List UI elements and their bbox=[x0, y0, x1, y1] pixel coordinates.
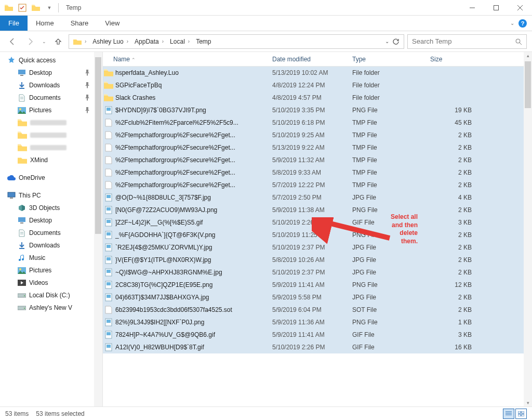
file-row[interactable]: 7824H]P~K4A7%UV_G$@9QB6.gif5/9/2019 11:4… bbox=[103, 329, 532, 341]
sidebar-item-downloads[interactable]: Downloads bbox=[0, 79, 102, 91]
address-bar[interactable]: › Ashley Luo› AppData› Local› Temp ⌄ bbox=[69, 34, 404, 49]
breadcrumb-root-icon[interactable]: › bbox=[71, 35, 89, 48]
file-row[interactable]: A12I(V)0_H82WBUH[D9$`8T.gif5/10/2019 2:2… bbox=[103, 341, 532, 353]
file-row[interactable]: %2Ftempchatforgroup%2Fsecure%2Fget...5/1… bbox=[103, 129, 532, 141]
file-date: 5/9/2019 11:32 AM bbox=[272, 156, 352, 164]
tab-view[interactable]: View bbox=[97, 16, 128, 31]
file-row[interactable]: %2Ftempchatforgroup%2Fsecure%2Fget...5/7… bbox=[103, 179, 532, 191]
help-icon[interactable]: ? bbox=[518, 19, 527, 28]
column-size[interactable]: Size bbox=[430, 56, 524, 63]
svg-point-25 bbox=[24, 295, 25, 296]
up-button[interactable] bbox=[51, 34, 65, 49]
close-button[interactable] bbox=[508, 0, 532, 16]
file-row[interactable]: hsperfdata_Ashley.Luo5/13/2019 10:02 AMF… bbox=[103, 67, 532, 79]
svg-rect-2 bbox=[494, 5, 499, 10]
sidebar-item-videos[interactable]: Videos bbox=[0, 277, 102, 289]
png-icon bbox=[103, 318, 113, 326]
forward-button[interactable] bbox=[23, 34, 37, 49]
search-icon[interactable] bbox=[515, 38, 522, 45]
sidebar-item-redacted[interactable] bbox=[0, 129, 102, 141]
tmp-icon bbox=[103, 181, 113, 189]
sidebar-item-redacted[interactable] bbox=[0, 116, 102, 129]
explorer-body: Quick access DesktopDownloadsDocumentsPi… bbox=[0, 52, 532, 406]
file-name: %2Ftempchatforgroup%2Fsecure%2Fget... bbox=[113, 169, 272, 176]
file-row[interactable]: Slack Crashes4/8/2019 4:57 PMFile folder bbox=[103, 91, 532, 104]
folder-icon bbox=[30, 2, 42, 14]
cloud-icon bbox=[7, 174, 16, 182]
file-row[interactable]: SGPicFaceTpBq4/8/2019 12:24 PMFile folde… bbox=[103, 79, 532, 91]
file-row[interactable]: 82%}9L34J9$IH2[[NXF`P0J.png5/9/2019 11:3… bbox=[103, 316, 532, 329]
sidebar-item-desktop[interactable]: Desktop bbox=[0, 67, 102, 79]
breadcrumb-item[interactable]: Local› bbox=[168, 35, 193, 48]
file-row[interactable]: `R2EJ{4$@25MKU`ZORVML)Y.jpg5/10/2019 2:3… bbox=[103, 241, 532, 254]
navigation-bar: ⌄ › Ashley Luo› AppData› Local› Temp ⌄ bbox=[0, 31, 532, 52]
quick-access-node[interactable]: Quick access bbox=[0, 54, 102, 67]
breadcrumb-item[interactable]: Temp bbox=[194, 35, 213, 48]
file-row[interactable]: $HYDND]9)I7$`0BG37VJI9T.png5/10/2019 3:3… bbox=[103, 104, 532, 116]
file-row[interactable]: %2Fclub%2Fitem%2Fparcel%2F5%2F5c9...5/10… bbox=[103, 116, 532, 129]
refresh-icon[interactable] bbox=[392, 38, 400, 45]
file-row[interactable]: @O(D~%1{88D8ULC_3[757$F.jpg5/7/2019 2:50… bbox=[103, 191, 532, 204]
sidebar-item-redacted[interactable] bbox=[0, 141, 102, 154]
file-row[interactable]: %2Ftempchatforgroup%2Fsecure%2Fget...5/1… bbox=[103, 141, 532, 154]
star-icon bbox=[7, 56, 16, 64]
breadcrumb-item[interactable]: Ashley Luo› bbox=[90, 35, 131, 48]
sidebar-item-downloads[interactable]: Downloads bbox=[0, 239, 102, 252]
jpg-icon bbox=[103, 268, 113, 277]
file-row[interactable]: 6b23994b1953cdc3bdd06f5307fa4525.sot5/9/… bbox=[103, 304, 532, 316]
file-date: 5/10/2019 2:37 PM bbox=[272, 244, 352, 251]
column-name[interactable]: Name ⌃ bbox=[103, 56, 272, 63]
file-row[interactable]: 2C8C38)TG{%C]QZP1E(E95E.png5/9/2019 11:4… bbox=[103, 279, 532, 291]
sidebar-item-local-disk-c-[interactable]: Local Disk (C:) bbox=[0, 289, 102, 301]
this-pc-node[interactable]: This PC bbox=[0, 189, 102, 202]
tab-home[interactable]: Home bbox=[28, 16, 62, 31]
sidebar-item-xmind[interactable]: XMind bbox=[0, 154, 102, 166]
file-row[interactable]: ]Z2F~L4)2}K__G(%[%$E)S5.gif5/10/2019 2:2… bbox=[103, 216, 532, 229]
sidebar-item-ashley-s-new-v[interactable]: Ashley's New V bbox=[0, 301, 102, 314]
search-box[interactable] bbox=[407, 34, 527, 49]
item-count: 53 items bbox=[5, 410, 29, 417]
file-row[interactable]: [N0(GF@72Z2ACUO9)MW93AJ.png5/9/2019 11:3… bbox=[103, 204, 532, 216]
file-date: 5/9/2019 11:41 AM bbox=[272, 331, 352, 338]
breadcrumb-item[interactable]: AppData› bbox=[132, 35, 167, 48]
file-tab[interactable]: File bbox=[0, 16, 28, 31]
file-row[interactable]: 04)663T}$34M7JJ$BAHXGYA.jpg5/9/2019 5:58… bbox=[103, 291, 532, 304]
file-date: 5/7/2019 2:50 PM bbox=[272, 194, 352, 201]
sidebar-item-documents[interactable]: Documents bbox=[0, 227, 102, 239]
sidebar-item-music[interactable]: Music bbox=[0, 252, 102, 264]
details-view-icon[interactable] bbox=[503, 409, 514, 419]
file-row[interactable]: %2Ftempchatforgroup%2Fsecure%2Fget...5/8… bbox=[103, 166, 532, 179]
address-dropdown-icon[interactable]: ⌄ bbox=[385, 38, 389, 44]
search-input[interactable] bbox=[412, 37, 515, 45]
file-row[interactable]: _%F{AGDOHHA`]{QT@6F3K{V.png5/10/2019 11:… bbox=[103, 229, 532, 241]
content-scrollbar[interactable]: ▴ ▾ bbox=[524, 52, 532, 406]
file-row[interactable]: ~Q)I$WG@~AHPXHJ83RGNM%E.jpg5/10/2019 2:3… bbox=[103, 266, 532, 279]
sidebar-scrollbar[interactable] bbox=[94, 52, 102, 406]
png-icon bbox=[103, 206, 113, 214]
sidebar-item-documents[interactable]: Documents bbox=[0, 91, 102, 104]
onedrive-node[interactable]: OneDrive bbox=[0, 172, 102, 184]
column-type[interactable]: Type bbox=[352, 56, 430, 63]
file-size: 45 KB bbox=[430, 119, 477, 126]
sidebar-item-desktop[interactable]: Desktop bbox=[0, 214, 102, 227]
qat-dropdown-icon[interactable]: ▼ bbox=[44, 2, 55, 14]
large-icons-view-icon[interactable] bbox=[515, 409, 527, 419]
column-date[interactable]: Date modified bbox=[272, 56, 352, 63]
ribbon-collapse-icon[interactable]: ⌄ bbox=[510, 20, 514, 26]
tree-label: This PC bbox=[19, 192, 41, 199]
sidebar-item-pictures[interactable]: Pictures bbox=[0, 104, 102, 116]
sidebar-item-3d-objects[interactable]: 3D Objects bbox=[0, 202, 102, 214]
sidebar-item-pictures[interactable]: Pictures bbox=[0, 264, 102, 277]
svg-rect-17 bbox=[20, 222, 23, 224]
minimize-button[interactable] bbox=[460, 0, 484, 16]
file-type: GIF File bbox=[352, 219, 430, 226]
file-list[interactable]: hsperfdata_Ashley.Luo5/13/2019 10:02 AMF… bbox=[103, 67, 532, 406]
maximize-button[interactable] bbox=[484, 0, 508, 16]
properties-icon[interactable] bbox=[17, 2, 28, 14]
file-size: 2 KB bbox=[430, 144, 477, 151]
back-button[interactable] bbox=[5, 34, 20, 49]
recent-dropdown-icon[interactable]: ⌄ bbox=[41, 34, 48, 49]
file-row[interactable]: %2Ftempchatforgroup%2Fsecure%2Fget...5/9… bbox=[103, 154, 532, 166]
file-row[interactable]: }V(EF(@$Y1(ITPL@NX0RX)W.jpg5/8/2019 10:2… bbox=[103, 254, 532, 266]
tab-share[interactable]: Share bbox=[62, 16, 97, 31]
